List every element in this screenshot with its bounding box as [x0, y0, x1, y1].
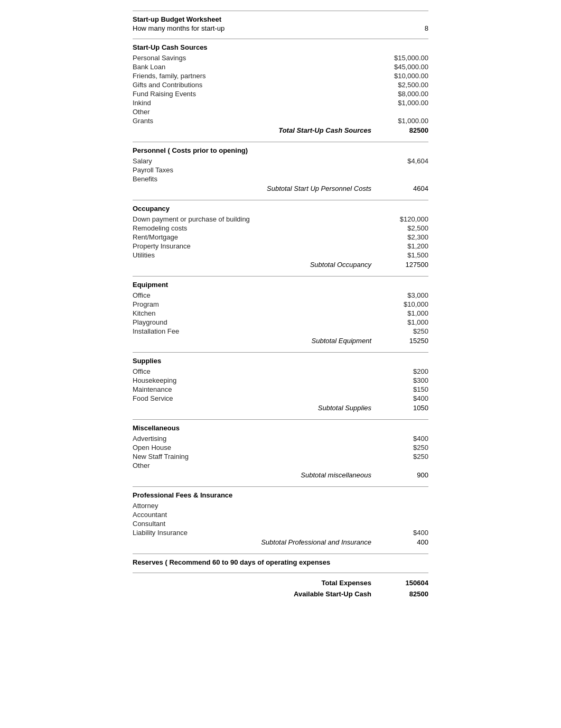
property-insurance-label: Property Insurance [133, 242, 376, 250]
reserves-section: Reserves ( Recommend 60 to 90 days of op… [133, 554, 428, 566]
miscellaneous-title: Miscellaneous [133, 424, 428, 432]
list-item: Housekeeping $300 [133, 376, 428, 385]
list-item: Rent/Mortgage $2,300 [133, 233, 428, 242]
totals-section: Total Expenses 150604 Available Start-Up… [133, 573, 428, 600]
total-expenses-row: Total Expenses 150604 [133, 577, 428, 588]
liability-insurance-label: Liability Insurance [133, 529, 376, 537]
salary-label: Salary [133, 157, 376, 165]
list-item: Salary $4,604 [133, 156, 428, 165]
list-item: Attorney [133, 501, 428, 510]
professional-subtotal-value: 400 [376, 538, 428, 546]
list-item: Bank Loan $45,000.00 [133, 62, 428, 71]
occupancy-section: Occupancy Down payment or purchase of bu… [133, 200, 428, 270]
gifts-value: $2,500.00 [376, 81, 428, 89]
program-label: Program [133, 300, 376, 308]
available-startup-row: Available Start-Up Cash 82500 [133, 588, 428, 600]
personnel-title: Personnel ( Costs prior to opening) [133, 146, 428, 154]
total-expenses-label: Total Expenses [133, 579, 376, 587]
personnel-section: Personnel ( Costs prior to opening) Sala… [133, 142, 428, 193]
bank-loan-value: $45,000.00 [376, 63, 428, 71]
benefits-label: Benefits [133, 175, 376, 183]
list-item: Installation Fee $250 [133, 327, 428, 336]
supplies-title: Supplies [133, 357, 428, 365]
list-item: Payroll Taxes [133, 165, 428, 174]
attorney-label: Attorney [133, 502, 376, 510]
professional-title: Professional Fees & Insurance [133, 491, 428, 499]
list-item: Kitchen $1,000 [133, 309, 428, 318]
list-item: Advertising $400 [133, 434, 428, 443]
supplies-subtotal-label: Subtotal Supplies [133, 404, 376, 412]
equipment-title: Equipment [133, 281, 428, 289]
reserves-title: Reserves ( Recommend 60 to 90 days of op… [133, 558, 428, 566]
salary-value: $4,604 [376, 157, 428, 165]
gifts-label: Gifts and Contributions [133, 81, 376, 89]
list-item: Consultant [133, 519, 428, 528]
grants-label: Grants [133, 117, 376, 125]
list-item: Friends, family, partners $10,000.00 [133, 71, 428, 80]
list-item: Remodeling costs $2,500 [133, 224, 428, 233]
miscellaneous-subtotal-value: 900 [376, 471, 428, 479]
personnel-subtotal-value: 4604 [376, 185, 428, 192]
miscellaneous-section: Miscellaneous Advertising $400 Open Hous… [133, 419, 428, 480]
kitchen-label: Kitchen [133, 309, 376, 317]
misc-other-label: Other [133, 462, 376, 469]
list-item: Utilities $1,500 [133, 251, 428, 260]
accountant-value [376, 511, 428, 519]
list-item: Fund Raising Events $8,000.00 [133, 89, 428, 98]
attorney-value [376, 502, 428, 510]
equipment-subtotal-value: 15250 [376, 337, 428, 345]
list-item: Other [133, 461, 428, 470]
maintenance-value: $150 [376, 385, 428, 393]
office-supplies-label: Office [133, 367, 376, 375]
office-supplies-value: $200 [376, 367, 428, 375]
payroll-taxes-label: Payroll Taxes [133, 166, 376, 174]
kitchen-value: $1,000 [376, 309, 428, 317]
occupancy-subtotal-label: Subtotal Occupancy [133, 261, 376, 269]
consultant-label: Consultant [133, 520, 376, 528]
list-item: Gifts and Contributions $2,500.00 [133, 80, 428, 89]
personnel-subtotal-row: Subtotal Start Up Personnel Costs 4604 [133, 183, 428, 193]
housekeeping-value: $300 [376, 376, 428, 384]
grants-value: $1,000.00 [376, 117, 428, 125]
remodeling-value: $2,500 [376, 224, 428, 232]
equipment-subtotal-label: Subtotal Equipment [133, 337, 376, 345]
list-item: Food Service $400 [133, 394, 428, 403]
months-label: How many months for start-up [133, 24, 225, 32]
occupancy-subtotal-row: Subtotal Occupancy 127500 [133, 260, 428, 270]
occupancy-subtotal-value: 127500 [376, 261, 428, 269]
personal-savings-value: $15,000.00 [376, 54, 428, 62]
new-staff-training-label: New Staff Training [133, 453, 376, 460]
open-house-label: Open House [133, 444, 376, 451]
fund-raising-value: $8,000.00 [376, 90, 428, 98]
miscellaneous-subtotal-label: Subtotal miscellaneous [133, 471, 376, 479]
program-value: $10,000 [376, 300, 428, 308]
list-item: Down payment or purchase of building $12… [133, 215, 428, 224]
list-item: Program $10,000 [133, 300, 428, 309]
list-item: Property Insurance $1,200 [133, 242, 428, 251]
advertising-value: $400 [376, 435, 428, 443]
office-equipment-label: Office [133, 291, 376, 299]
cash-sources-total-label: Total Start-Up Cash Sources [133, 126, 376, 134]
payroll-taxes-value [376, 166, 428, 174]
maintenance-label: Maintenance [133, 385, 376, 393]
list-item: Open House $250 [133, 443, 428, 452]
inkind-value: $1,000.00 [376, 99, 428, 107]
installation-fee-label: Installation Fee [133, 327, 376, 335]
friends-family-value: $10,000.00 [376, 72, 428, 80]
food-service-label: Food Service [133, 394, 376, 402]
page-title: Start-up Budget Worksheet [133, 15, 428, 23]
friends-family-label: Friends, family, partners [133, 72, 376, 80]
open-house-value: $250 [376, 444, 428, 451]
header-section: Start-up Budget Worksheet How many month… [133, 11, 428, 32]
list-item: Inkind $1,000.00 [133, 98, 428, 107]
down-payment-label: Down payment or purchase of building [133, 215, 376, 223]
list-item: Accountant [133, 510, 428, 519]
list-item: New Staff Training $250 [133, 452, 428, 461]
utilities-label: Utilities [133, 251, 376, 259]
bank-loan-label: Bank Loan [133, 63, 376, 71]
supplies-subtotal-value: 1050 [376, 404, 428, 412]
fund-raising-label: Fund Raising Events [133, 90, 376, 98]
available-startup-value: 82500 [376, 590, 428, 598]
list-item: Maintenance $150 [133, 385, 428, 394]
professional-subtotal-row: Subtotal Professional and Insurance 400 [133, 537, 428, 547]
